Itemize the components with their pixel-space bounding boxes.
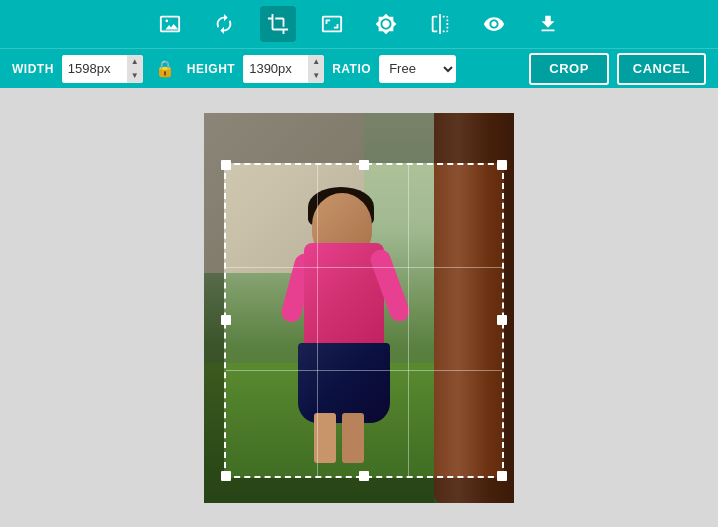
width-decrement-button[interactable]: ▼	[127, 69, 143, 83]
width-input[interactable]	[62, 55, 127, 83]
child-leg-right	[342, 413, 364, 463]
resize-tool-button[interactable]	[314, 6, 350, 42]
svg-point-0	[165, 19, 168, 22]
width-spinner: ▲ ▼	[127, 55, 143, 83]
width-label: WIDTH	[12, 62, 54, 76]
ratio-select[interactable]: Free Original 1:1 4:3 16:9 3:2	[379, 55, 456, 83]
brightness-tool-button[interactable]	[368, 6, 404, 42]
crop-button[interactable]: CROP	[529, 53, 609, 85]
child-leg-left	[314, 413, 336, 463]
lock-icon: 🔒	[151, 59, 179, 78]
child-figure	[284, 173, 404, 453]
image-tool-button[interactable]	[152, 6, 188, 42]
preview-tool-button[interactable]	[476, 6, 512, 42]
main-toolbar	[0, 0, 718, 48]
photo-container	[204, 113, 514, 503]
child-skirt	[298, 343, 390, 423]
tree-trunk-element	[434, 113, 514, 503]
height-input-wrapper: ▲ ▼	[243, 55, 324, 83]
height-increment-button[interactable]: ▲	[308, 55, 324, 69]
flip-tool-button[interactable]	[422, 6, 458, 42]
height-label: HEIGHT	[187, 62, 235, 76]
height-input[interactable]	[243, 55, 308, 83]
height-decrement-button[interactable]: ▼	[308, 69, 324, 83]
cancel-button[interactable]: CANCEL	[617, 53, 706, 85]
options-bar: WIDTH ▲ ▼ 🔒 HEIGHT ▲ ▼ RATIO Free Origin…	[0, 48, 718, 88]
width-increment-button[interactable]: ▲	[127, 55, 143, 69]
height-spinner: ▲ ▼	[308, 55, 324, 83]
rotate-tool-button[interactable]	[206, 6, 242, 42]
width-input-wrapper: ▲ ▼	[62, 55, 143, 83]
crop-tool-button[interactable]	[260, 6, 296, 42]
ratio-label: RATIO	[332, 62, 371, 76]
canvas-area	[0, 88, 718, 527]
download-tool-button[interactable]	[530, 6, 566, 42]
